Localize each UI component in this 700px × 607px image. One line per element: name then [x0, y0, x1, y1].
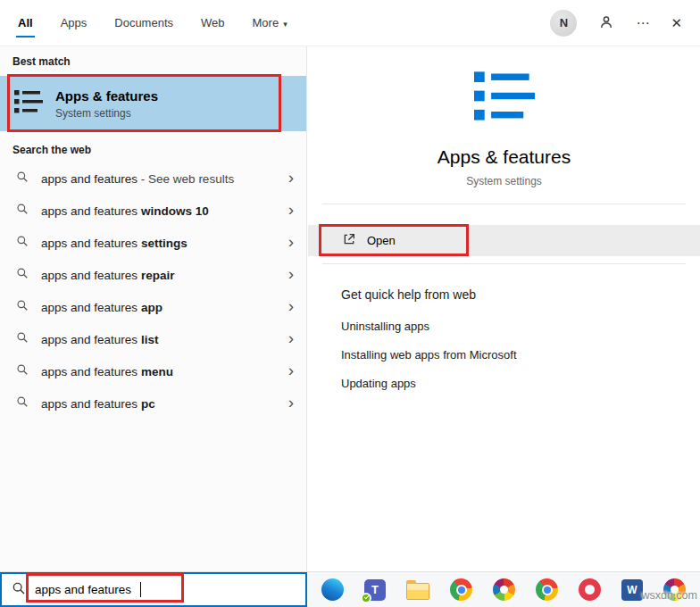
search-suggestion[interactable]: apps and featuressettings ›	[0, 227, 306, 259]
search-suggestion[interactable]: apps and featureswindows 10 ›	[0, 195, 306, 227]
search-suggestion[interactable]: apps and featuresrepair ›	[0, 259, 306, 291]
more-options-icon[interactable]: ⋯	[636, 16, 649, 29]
filter-tabs: All Apps Documents Web More▾	[16, 8, 289, 37]
divider	[322, 263, 686, 264]
result-title: Apps & features	[308, 146, 700, 168]
presence-check-icon	[361, 593, 371, 603]
help-link-updating[interactable]: Updating apps	[341, 377, 416, 390]
suggestion-note: - See web results	[138, 172, 234, 186]
chevron-right-icon[interactable]: ›	[288, 233, 294, 253]
suggestion-query: apps and features	[41, 172, 138, 186]
suggestion-completion: repair	[141, 269, 175, 282]
chevron-down-icon: ▾	[283, 20, 288, 29]
suggestion-query: apps and features	[41, 333, 138, 346]
suggestion-query: apps and features	[41, 397, 138, 411]
chevron-right-icon[interactable]: ›	[288, 329, 294, 349]
search-icon	[16, 170, 29, 187]
chevron-right-icon[interactable]: ›	[288, 297, 294, 317]
suggestion-completion: windows 10	[141, 204, 209, 218]
search-icon	[16, 299, 29, 315]
suggestion-query: apps and features	[41, 365, 138, 378]
apps-features-icon	[14, 89, 43, 118]
teams-letter: T	[371, 583, 379, 596]
best-match-subtitle: System settings	[55, 107, 158, 120]
open-external-icon	[342, 232, 356, 250]
result-detail-panel: Apps & features System settings Open Get…	[308, 46, 700, 571]
close-icon[interactable]: ✕	[671, 16, 682, 29]
search-icon	[16, 363, 29, 379]
search-web-header: Search the web	[12, 144, 294, 157]
tab-all[interactable]: All	[16, 8, 35, 37]
search-input-value: apps and features	[35, 583, 131, 596]
chevron-right-icon[interactable]: ›	[288, 201, 294, 220]
search-icon	[16, 235, 29, 251]
search-icon	[12, 581, 26, 599]
result-subtitle: System settings	[308, 175, 700, 187]
search-suggestion[interactable]: apps and featurespc ›	[0, 387, 306, 420]
edge-icon[interactable]	[321, 578, 344, 601]
feedback-icon[interactable]	[598, 14, 614, 32]
tab-documents[interactable]: Documents	[112, 8, 175, 37]
chevron-right-icon[interactable]: ›	[288, 169, 294, 188]
tab-web[interactable]: Web	[199, 8, 227, 37]
search-icon	[16, 203, 29, 219]
suggestion-query: apps and features	[41, 301, 138, 314]
search-input[interactable]: apps and features	[0, 572, 307, 607]
file-explorer-icon[interactable]	[406, 579, 429, 600]
suggestion-completion: list	[141, 333, 159, 346]
text-cursor	[140, 582, 141, 597]
quick-help-header: Get quick help from web	[341, 287, 476, 302]
windows-search-flyout: All Apps Documents Web More▾ N ⋯ ✕ Best …	[0, 0, 700, 607]
best-match-header: Best match	[12, 55, 294, 69]
divider	[322, 204, 686, 204]
search-icon	[16, 331, 29, 347]
watermark: wsxdn.com	[641, 589, 697, 602]
search-icon	[16, 395, 29, 412]
search-icon	[16, 267, 29, 283]
word-letter: W	[627, 584, 637, 596]
word-icon[interactable]: W	[621, 579, 643, 601]
search-suggestion[interactable]: apps and features - See web results ›	[0, 162, 306, 195]
tab-apps[interactable]: Apps	[59, 8, 89, 37]
suggestion-completion: pc	[141, 397, 155, 411]
suggestion-completion: settings	[141, 237, 188, 250]
chevron-right-icon[interactable]: ›	[288, 394, 294, 413]
chevron-right-icon[interactable]: ›	[288, 265, 294, 285]
chrome-icon[interactable]	[536, 578, 558, 601]
opera-icon[interactable]	[579, 578, 601, 601]
tab-more[interactable]: More▾	[251, 8, 289, 37]
teams-icon[interactable]: T	[364, 579, 386, 601]
suggestion-query: apps and features	[41, 204, 138, 218]
help-link-installing[interactable]: Installing web apps from Microsoft	[341, 348, 517, 362]
topbar-controls: N ⋯ ✕	[550, 10, 682, 37]
color-pinwheel-icon[interactable]	[493, 578, 515, 601]
search-suggestion[interactable]: apps and featuresapp ›	[0, 291, 306, 323]
user-avatar[interactable]: N	[550, 10, 577, 37]
search-suggestion[interactable]: apps and featureslist ›	[0, 323, 306, 355]
suggestion-completion: menu	[141, 365, 173, 378]
best-match-title: Apps & features	[55, 88, 158, 104]
tab-more-label: More	[253, 16, 279, 29]
open-action[interactable]: Open	[308, 225, 700, 256]
chevron-right-icon[interactable]: ›	[288, 362, 294, 381]
apps-features-large-icon	[308, 70, 700, 123]
open-action-label: Open	[367, 234, 396, 247]
best-match-result[interactable]: Apps & features System settings	[0, 76, 306, 131]
suggestion-query: apps and features	[41, 269, 138, 282]
search-suggestion[interactable]: apps and featuresmenu ›	[0, 355, 306, 387]
suggestion-completion: app	[141, 301, 162, 314]
search-filter-bar: All Apps Documents Web More▾ N ⋯ ✕	[0, 0, 700, 46]
search-results-panel: Best match Apps & features System settin…	[0, 46, 307, 571]
help-link-uninstalling[interactable]: Uninstalling apps	[341, 320, 429, 333]
suggestion-query: apps and features	[41, 237, 138, 250]
chrome-icon[interactable]	[450, 578, 472, 601]
